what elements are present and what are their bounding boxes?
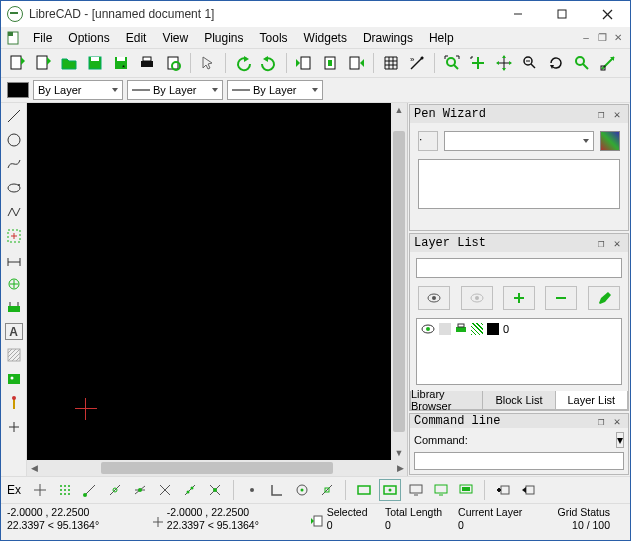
polyline-tool[interactable] bbox=[5, 203, 23, 221]
layer-list-close[interactable]: ✕ bbox=[610, 236, 624, 250]
close-button[interactable] bbox=[584, 1, 630, 27]
layer-list-undock[interactable]: ❐ bbox=[594, 236, 608, 250]
restrict-ortho[interactable] bbox=[267, 480, 287, 500]
mdi-minimize[interactable]: – bbox=[578, 31, 594, 45]
snap-grid[interactable] bbox=[55, 480, 75, 500]
pen-wizard-list[interactable] bbox=[418, 159, 620, 209]
maximize-button[interactable] bbox=[540, 1, 584, 27]
grid-button[interactable] bbox=[379, 51, 403, 75]
command-menu-button[interactable]: ▾ bbox=[616, 432, 624, 448]
pen-wizard-toggle[interactable]: · bbox=[418, 131, 438, 151]
layer-edit[interactable] bbox=[588, 286, 620, 310]
layer-remove[interactable] bbox=[545, 286, 577, 310]
redo-button[interactable] bbox=[257, 51, 281, 75]
pointer-button[interactable] bbox=[196, 51, 220, 75]
command-line-undock[interactable]: ❐ bbox=[594, 414, 608, 428]
menu-file[interactable]: File bbox=[25, 29, 60, 47]
menu-drawings[interactable]: Drawings bbox=[355, 29, 421, 47]
snap-free[interactable] bbox=[30, 480, 50, 500]
nav-left-button[interactable] bbox=[292, 51, 316, 75]
pen-wizard-close[interactable]: ✕ bbox=[610, 107, 624, 121]
print-preview-button[interactable] bbox=[161, 51, 185, 75]
restrict-vert[interactable] bbox=[317, 480, 337, 500]
pen-wizard-color[interactable] bbox=[600, 131, 620, 151]
width-combo[interactable]: By Layer bbox=[127, 80, 223, 100]
circle-tool[interactable] bbox=[5, 131, 23, 149]
layer-filter-input[interactable] bbox=[416, 258, 622, 278]
tab-layer-list[interactable]: Layer List bbox=[556, 391, 627, 409]
zoom-scale-button[interactable] bbox=[596, 51, 620, 75]
block-tool[interactable] bbox=[5, 394, 23, 412]
new-button[interactable] bbox=[5, 51, 29, 75]
save-as-button[interactable]: * bbox=[109, 51, 133, 75]
ellipse-tool[interactable] bbox=[5, 179, 23, 197]
snap-on-entity[interactable] bbox=[105, 480, 125, 500]
status-icon-1[interactable] bbox=[149, 506, 167, 538]
zoom-window-button[interactable] bbox=[570, 51, 594, 75]
spline-tool[interactable] bbox=[5, 155, 23, 173]
text-tool[interactable]: A bbox=[5, 323, 23, 340]
zoom-in-button[interactable] bbox=[466, 51, 490, 75]
nav-center-button[interactable] bbox=[318, 51, 342, 75]
menu-view[interactable]: View bbox=[154, 29, 196, 47]
add-point-tool[interactable] bbox=[5, 275, 23, 293]
restrict-horiz[interactable] bbox=[292, 480, 312, 500]
menu-edit[interactable]: Edit bbox=[118, 29, 155, 47]
print-button[interactable] bbox=[135, 51, 159, 75]
dimension-tool[interactable] bbox=[5, 251, 23, 269]
menu-plugins[interactable]: Plugins bbox=[196, 29, 251, 47]
snap-middle[interactable] bbox=[155, 480, 175, 500]
zoom-pan-button[interactable] bbox=[492, 51, 516, 75]
image-tool[interactable] bbox=[5, 370, 23, 388]
folder-open-button[interactable] bbox=[57, 51, 81, 75]
line-tool[interactable] bbox=[5, 107, 23, 125]
color-combo[interactable]: By Layer bbox=[33, 80, 123, 100]
menu-help[interactable]: Help bbox=[421, 29, 462, 47]
tab-library-browser[interactable]: Library Browser bbox=[411, 391, 483, 409]
nav-right-button[interactable] bbox=[344, 51, 368, 75]
relative-zero-set[interactable] bbox=[379, 479, 401, 501]
layer-list[interactable]: 0 bbox=[416, 318, 622, 385]
color-swatch[interactable] bbox=[7, 82, 29, 98]
linetype-combo[interactable]: By Layer bbox=[227, 80, 323, 100]
hatch-tool[interactable] bbox=[5, 346, 23, 364]
point-tool[interactable] bbox=[5, 418, 23, 436]
snap-intersection[interactable] bbox=[205, 480, 225, 500]
layer-add[interactable] bbox=[503, 286, 535, 310]
open-button[interactable] bbox=[31, 51, 55, 75]
menu-tools[interactable]: Tools bbox=[252, 29, 296, 47]
command-line-close[interactable]: ✕ bbox=[610, 414, 624, 428]
snap-distance[interactable] bbox=[180, 480, 200, 500]
relative-zero-lock[interactable] bbox=[354, 480, 374, 500]
pen-wizard-combo[interactable] bbox=[444, 131, 594, 151]
layer-show-all[interactable] bbox=[418, 286, 450, 310]
undo-button[interactable] bbox=[231, 51, 255, 75]
tab-block-list[interactable]: Block List bbox=[483, 391, 555, 409]
menu-widgets[interactable]: Widgets bbox=[296, 29, 355, 47]
modify-tool[interactable] bbox=[5, 299, 23, 317]
command-input[interactable] bbox=[414, 452, 624, 470]
restrict-nothing[interactable] bbox=[242, 480, 262, 500]
block-insert[interactable] bbox=[518, 480, 538, 500]
drawing-canvas[interactable] bbox=[27, 103, 391, 460]
mdi-restore[interactable]: ❐ bbox=[594, 31, 610, 45]
zoom-prev-button[interactable] bbox=[518, 51, 542, 75]
layer-row[interactable]: 0 bbox=[421, 323, 617, 335]
select-tool[interactable] bbox=[5, 227, 23, 245]
minimize-button[interactable] bbox=[496, 1, 540, 27]
snap-center[interactable] bbox=[130, 480, 150, 500]
screen-1[interactable] bbox=[406, 480, 426, 500]
draft-button[interactable]: » bbox=[405, 51, 429, 75]
zoom-redraw-button[interactable] bbox=[544, 51, 568, 75]
vertical-scrollbar[interactable]: ▲▼ bbox=[391, 103, 407, 460]
screen-3[interactable] bbox=[456, 480, 476, 500]
menu-options[interactable]: Options bbox=[60, 29, 117, 47]
snap-endpoint[interactable] bbox=[80, 480, 100, 500]
mdi-close[interactable]: ✕ bbox=[610, 31, 626, 45]
zoom-extents-button[interactable] bbox=[440, 51, 464, 75]
block-add[interactable] bbox=[493, 480, 513, 500]
pen-wizard-undock[interactable]: ❐ bbox=[594, 107, 608, 121]
layer-hide-all[interactable] bbox=[461, 286, 493, 310]
screen-2[interactable] bbox=[431, 480, 451, 500]
horizontal-scrollbar[interactable]: ◀▶ bbox=[27, 460, 407, 476]
